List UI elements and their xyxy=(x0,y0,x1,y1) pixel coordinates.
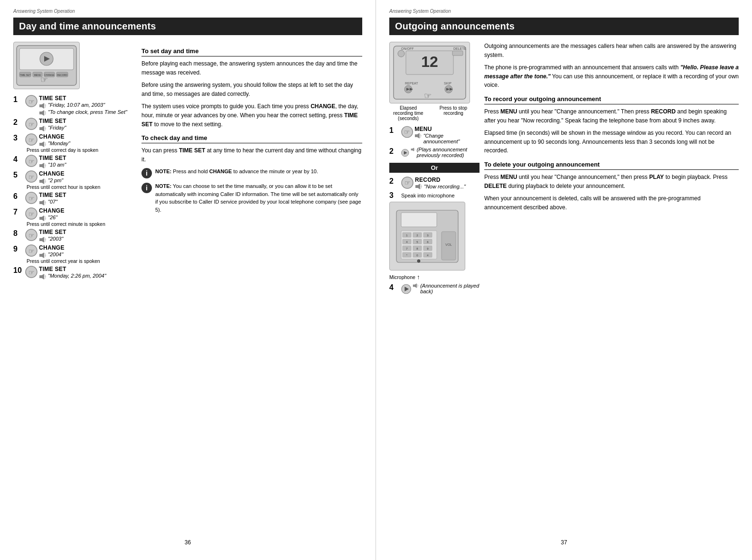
finger-step-icon: ☞ xyxy=(25,155,38,167)
svg-marker-56 xyxy=(42,200,44,205)
step-8: 8 ☞ TIME SET "2003" xyxy=(13,229,136,243)
svg-line-50 xyxy=(45,179,46,180)
svg-line-19 xyxy=(45,107,46,108)
svg-text:RECORD: RECORD xyxy=(57,74,67,76)
svg-rect-113 xyxy=(411,149,412,150)
outgoing-step-1: 1 ☞ MENU xyxy=(389,126,479,144)
svg-line-80 xyxy=(45,256,46,257)
note1-icon: i xyxy=(141,168,152,178)
svg-line-73 xyxy=(45,241,46,242)
step-10: 10 ☞ TIME SET "Monday, 2:26 pm, 2004" xyxy=(13,266,136,280)
step-4: 4 ☞ TIME SET "10 am" xyxy=(13,155,136,168)
finger-step-icon: ☞ xyxy=(25,170,38,183)
svg-rect-27 xyxy=(39,127,42,130)
svg-text:☞: ☞ xyxy=(424,91,432,101)
svg-marker-84 xyxy=(42,274,44,280)
svg-text:VOL: VOL xyxy=(445,243,452,246)
delete-heading: To delete your outgoing announcement xyxy=(484,161,739,170)
svg-line-110 xyxy=(420,137,421,138)
svg-rect-55 xyxy=(39,201,42,204)
record-para-1: Press MENU until you hear "Change announ… xyxy=(484,107,739,125)
left-page-header: Answering System Operation xyxy=(13,9,362,14)
svg-text:TIME SET: TIME SET xyxy=(19,74,30,76)
device-label-row: Elapsed recording time (seconds) Press t… xyxy=(389,105,470,121)
svg-line-43 xyxy=(45,164,46,165)
svg-line-17 xyxy=(45,104,46,105)
svg-text:☞: ☞ xyxy=(404,129,410,136)
phone-drawing: 1 2 3 4 5 6 xyxy=(389,202,465,271)
right-section-title: Outgoing announcements xyxy=(389,18,739,35)
svg-text:☞: ☞ xyxy=(28,195,35,202)
finger-icon-1: ☞ xyxy=(401,126,413,138)
finger-step-icon: ☞ xyxy=(25,266,38,278)
steps-list: 1 ☞ TIME SET "Friday, 10:07 am, 2003" xyxy=(13,95,136,280)
svg-marker-70 xyxy=(42,237,44,243)
svg-rect-94 xyxy=(452,51,463,56)
svg-line-36 xyxy=(45,142,46,143)
svg-rect-83 xyxy=(39,275,42,278)
svg-marker-114 xyxy=(412,148,414,151)
svg-line-160 xyxy=(417,284,418,285)
outgoing-step-3: 3 Speak into microphone xyxy=(389,191,479,280)
finger-step-icon: ☞ xyxy=(25,244,38,257)
finger-step-icon: ☞ xyxy=(25,207,38,220)
svg-text:☞: ☞ xyxy=(28,158,35,165)
delete-para-1: Press MENU until you hear "Change announ… xyxy=(484,173,739,190)
outgoing-device-col: 12 ON/OFF DELETE REPEAT SKIP xyxy=(389,42,484,297)
body-para-1: Before playing each message, the answeri… xyxy=(141,59,362,77)
note2-icon: i xyxy=(141,183,152,193)
left-page: Answering System Operation Day and time … xyxy=(0,0,376,560)
svg-line-117 xyxy=(414,150,414,150)
outgoing-steps-device: 1 ☞ MENU xyxy=(389,126,479,297)
svg-rect-15 xyxy=(39,104,42,107)
speaker-icon xyxy=(39,163,47,168)
svg-line-115 xyxy=(414,148,414,149)
note2-box: i NOTE: You can choose to set the time m… xyxy=(141,182,362,214)
svg-marker-159 xyxy=(415,283,417,288)
device-image-left: TIME SET MENU CHANGE RECORD ☞ xyxy=(13,42,80,89)
svg-text:ON/OFF: ON/OFF xyxy=(401,47,414,50)
play-icon-4 xyxy=(401,283,411,295)
note2-text: NOTE: You can choose to set the time man… xyxy=(155,182,362,214)
svg-line-78 xyxy=(45,253,46,254)
svg-rect-158 xyxy=(413,285,415,287)
svg-text:☞: ☞ xyxy=(28,269,35,276)
svg-rect-69 xyxy=(39,238,42,241)
svg-point-154 xyxy=(417,260,420,262)
outgoing-step-2b: 2 ☞ RECORD xyxy=(389,177,479,189)
svg-text:☞: ☞ xyxy=(40,75,48,84)
svg-line-87 xyxy=(45,278,46,279)
svg-marker-16 xyxy=(42,103,44,109)
svg-marker-121 xyxy=(418,184,420,189)
speak-label: Speak into microphone xyxy=(401,193,455,198)
press-stop-label: Press to stop recording xyxy=(437,105,470,121)
main-content-col: To set day and time Before playing each … xyxy=(141,42,362,281)
speaker-icon-o4 xyxy=(413,283,419,289)
svg-text:☞: ☞ xyxy=(28,98,35,105)
svg-line-57 xyxy=(45,201,46,202)
svg-text:☞: ☞ xyxy=(28,210,35,218)
step-9: 9 ☞ CHANGE "2004" Press until correct ye… xyxy=(13,244,136,264)
speaker-icon xyxy=(39,103,47,109)
svg-line-59 xyxy=(45,204,46,205)
svg-rect-41 xyxy=(39,164,42,167)
outgoing-step-2a: 2 xyxy=(389,147,479,159)
svg-line-22 xyxy=(45,111,46,112)
finger-step-icon: ☞ xyxy=(25,192,38,204)
record-heading: To record your outgoing announcement xyxy=(484,95,739,104)
right-page-header: Answering System Operation xyxy=(389,9,739,14)
outgoing-text-col: Outgoing announcements are the messages … xyxy=(484,42,739,297)
speaker-icon xyxy=(39,178,47,184)
svg-line-29 xyxy=(45,127,46,128)
finger-step-icon: ☞ xyxy=(25,118,38,130)
svg-rect-106 xyxy=(415,134,417,137)
speaker-icon xyxy=(39,200,47,205)
svg-rect-34 xyxy=(39,143,42,146)
svg-marker-107 xyxy=(417,133,420,139)
note1-box: i NOTE: Press and hold CHANGE to advance… xyxy=(141,168,362,178)
step-7: 7 ☞ CHANGE "26" Press until correct minu… xyxy=(13,207,136,227)
step-6: 6 ☞ TIME SET "07" xyxy=(13,192,136,205)
svg-rect-20 xyxy=(39,112,42,114)
device-image-right: 12 ON/OFF DELETE REPEAT SKIP xyxy=(389,42,470,103)
speaker-icon xyxy=(39,215,47,221)
